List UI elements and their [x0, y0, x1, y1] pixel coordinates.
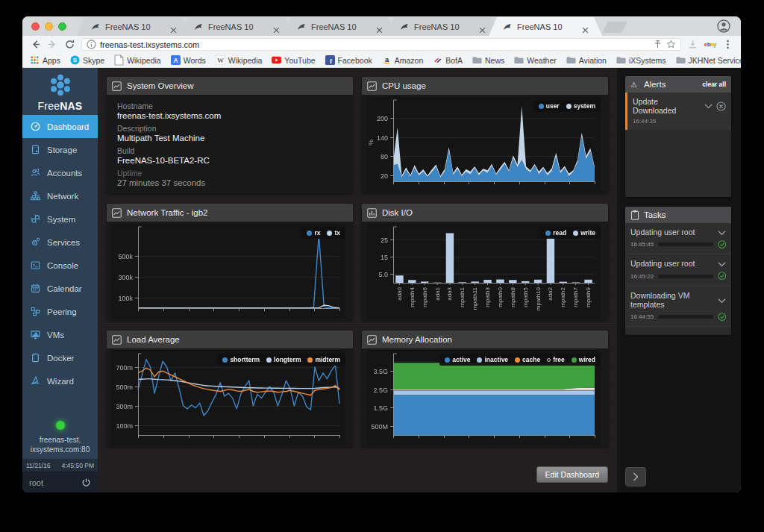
- legend-wired[interactable]: wired: [572, 356, 595, 363]
- legend-system[interactable]: system: [566, 102, 595, 110]
- memory-legend: activeinactivecachefreewired: [439, 354, 601, 366]
- browser-tab[interactable]: FreeNAS 10: [77, 17, 190, 36]
- sidebar-item[interactable]: Wizard: [22, 369, 98, 392]
- tab-close-icon[interactable]: [376, 23, 383, 30]
- sidebar-item[interactable]: Calendar: [22, 277, 98, 300]
- task-title: Downloading VM templates: [630, 291, 714, 309]
- legend-write[interactable]: write: [573, 229, 595, 237]
- legend-inactive[interactable]: inactive: [477, 356, 508, 363]
- edit-dashboard-button[interactable]: Edit Dashboard: [536, 466, 608, 483]
- bookmark-item[interactable]: a Amazon: [382, 55, 424, 65]
- legend-free[interactable]: free: [547, 356, 565, 363]
- tab-close-icon[interactable]: [273, 23, 280, 30]
- clear-all-link[interactable]: clear all: [702, 81, 726, 88]
- sidebar-item[interactable]: Network: [22, 184, 98, 207]
- accounts-icon: [30, 167, 41, 178]
- logout-power-icon[interactable]: [81, 478, 91, 487]
- browser-tab[interactable]: FreeNAS 10: [283, 17, 396, 36]
- bookmark-item[interactable]: BofA: [433, 55, 463, 65]
- bookmark-item[interactable]: Aviation: [566, 55, 607, 65]
- browser-tab[interactable]: FreeNAS 10: [489, 17, 602, 36]
- field-value: 27 minutes 37 seconds: [117, 178, 342, 187]
- bookmark-item[interactable]: S Skype: [70, 55, 104, 65]
- legend-active[interactable]: active: [445, 356, 470, 363]
- dismiss-alert-icon[interactable]: [716, 101, 726, 111]
- legend-read[interactable]: read: [545, 229, 566, 237]
- freenas-favicon-icon: [296, 22, 307, 32]
- ebay-extension-icon[interactable]: ebay: [704, 41, 716, 48]
- new-tab-button[interactable]: [602, 22, 627, 33]
- legend-cache[interactable]: cache: [515, 356, 540, 363]
- chevron-down-icon[interactable]: [718, 292, 726, 309]
- card-title: Memory Allocation: [382, 335, 452, 344]
- bookmark-item[interactable]: Wikipedia: [114, 55, 161, 65]
- legend-tx[interactable]: tx: [327, 229, 340, 237]
- alert-item[interactable]: Update Downloaded 16:44:35: [625, 93, 731, 130]
- network-chart: rxtx: [111, 223, 348, 319]
- tab-close-icon[interactable]: [582, 23, 589, 30]
- bookmark-item[interactable]: iXSystems: [616, 55, 666, 65]
- sidebar: FreeNAS Dashboard Storage: [22, 68, 98, 492]
- chevron-down-icon[interactable]: [704, 104, 713, 108]
- legend-user[interactable]: user: [539, 102, 560, 110]
- chevron-down-icon[interactable]: [718, 229, 726, 237]
- profile-avatar-icon[interactable]: [717, 19, 730, 33]
- bookmark-item[interactable]: JKHNet Services: [676, 55, 741, 65]
- bookmark-item[interactable]: W Wikipedia: [216, 55, 263, 65]
- system-overview-card: System Overview Hostname freenas-test.ix…: [107, 77, 353, 193]
- download-icon[interactable]: [687, 39, 698, 50]
- chevron-down-icon[interactable]: [718, 260, 726, 268]
- site-pin-icon[interactable]: [653, 40, 663, 49]
- sidebar-item[interactable]: Accounts: [22, 161, 98, 184]
- clipboard-icon: [630, 210, 639, 220]
- collapse-panel-button[interactable]: [625, 467, 646, 486]
- back-icon[interactable]: [30, 39, 41, 50]
- bookmark-item[interactable]: f Facebook: [325, 55, 372, 65]
- freenas-app: FreeNAS Dashboard Storage: [22, 68, 741, 492]
- bookmark-star-icon[interactable]: [666, 40, 676, 49]
- task-title: Updating user root: [630, 259, 714, 268]
- bookmark-item[interactable]: Weather: [514, 55, 557, 65]
- bookmark-item[interactable]: Apps: [30, 55, 60, 65]
- zoom-window-button[interactable]: [58, 22, 66, 31]
- sidebar-item[interactable]: Storage: [22, 138, 98, 161]
- sidebar-item[interactable]: VMs: [22, 323, 98, 346]
- menu-dots-icon[interactable]: [722, 39, 733, 50]
- sidebar-item-label: Network: [47, 192, 78, 201]
- close-window-button[interactable]: [31, 22, 40, 31]
- page-info-icon[interactable]: [87, 40, 96, 49]
- task-item[interactable]: Updating user root 16:45:45: [625, 223, 731, 254]
- svg-text:S: S: [73, 57, 77, 63]
- legend-shortterm[interactable]: shortterm: [222, 356, 260, 363]
- sidebar-item[interactable]: Console: [22, 254, 98, 277]
- browser-tab[interactable]: FreeNAS 10: [180, 17, 293, 36]
- chevron-right-icon: [633, 472, 639, 481]
- bookmark-item[interactable]: A Words: [171, 55, 206, 65]
- sidebar-item[interactable]: Docker: [22, 346, 98, 369]
- tab-close-icon[interactable]: [170, 23, 177, 30]
- task-item[interactable]: Updating user root 16:45:22: [625, 254, 731, 286]
- legend-label: read: [553, 229, 566, 237]
- url-text[interactable]: freenas-test.ixsystems.com: [100, 40, 649, 49]
- sidebar-item[interactable]: Dashboard: [22, 115, 98, 138]
- sidebar-item-label: Wizard: [47, 377, 74, 386]
- sidebar-item[interactable]: System: [22, 207, 98, 231]
- bookmark-item[interactable]: News: [472, 55, 504, 65]
- minimize-window-button[interactable]: [45, 22, 53, 31]
- url-bar[interactable]: freenas-test.ixsystems.com: [81, 38, 681, 51]
- forward-icon[interactable]: [47, 39, 58, 50]
- tab-close-icon[interactable]: [479, 23, 486, 30]
- browser-tab[interactable]: FreeNAS 10: [386, 17, 499, 36]
- legend-dot: [307, 357, 313, 363]
- bar-chart-icon: [367, 208, 377, 218]
- bookmark-item[interactable]: YouTube: [272, 55, 315, 65]
- tab-title: FreeNAS 10: [414, 22, 475, 31]
- sidebar-item[interactable]: Peering: [22, 300, 98, 323]
- legend-midterm[interactable]: midterm: [307, 356, 340, 363]
- sidebar-item[interactable]: Services: [22, 231, 98, 254]
- tab-title: FreeNAS 10: [208, 22, 269, 31]
- legend-rx[interactable]: rx: [307, 229, 320, 237]
- legend-longterm[interactable]: longterm: [266, 356, 301, 363]
- refresh-icon[interactable]: [64, 39, 75, 50]
- task-item[interactable]: Downloading VM templates 16:44:55: [625, 287, 731, 327]
